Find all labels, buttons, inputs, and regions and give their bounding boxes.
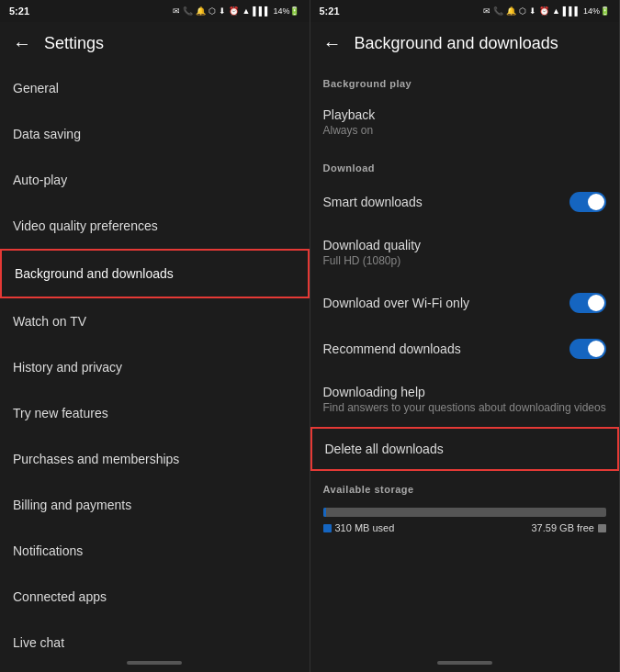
msg-icon: ✉ — [173, 6, 180, 16]
bell-icon-r: 🔔 — [506, 6, 516, 16]
delete-downloads-row[interactable]: Delete all downloads — [310, 427, 620, 471]
storage-free-dot — [598, 524, 606, 532]
storage-used-dot — [323, 524, 332, 532]
menu-item-general[interactable]: General — [0, 65, 310, 111]
download-wifi-toggle[interactable] — [569, 293, 606, 313]
recommend-downloads-toggle[interactable] — [569, 339, 606, 359]
storage-used-label: 310 MB used — [323, 522, 395, 533]
menu-item-video-quality[interactable]: Video quality preferences — [0, 203, 310, 249]
battery-right: 14%🔋 — [583, 6, 610, 16]
menu-item-connected-apps[interactable]: Connected apps — [0, 574, 310, 620]
bell-icon: 🔔 — [196, 6, 206, 16]
menu-item-live-chat[interactable]: Live chat — [0, 620, 310, 654]
menu-item-try-features[interactable]: Try new features — [0, 390, 310, 436]
msg-icon-r: ✉ — [483, 6, 490, 16]
menu-item-notifications[interactable]: Notifications — [0, 528, 310, 574]
menu-item-background-downloads[interactable]: Background and downloads — [0, 249, 310, 298]
status-bar-right: 5:21 ✉ 📞 🔔 ⬡ ⬇ ⏰ ▲ ▌▌▌ 14%🔋 — [310, 0, 620, 22]
menu-item-auto-play[interactable]: Auto-play — [0, 157, 310, 203]
menu-item-purchases[interactable]: Purchases and memberships — [0, 436, 310, 482]
playback-row[interactable]: Playback Always on — [310, 95, 620, 150]
settings-content: Background play Playback Always on Downl… — [310, 65, 620, 654]
recommend-downloads-row[interactable]: Recommend downloads — [310, 326, 620, 372]
signal-icon: ▌▌▌ — [253, 6, 270, 16]
smart-downloads-title: Smart downloads — [323, 195, 423, 209]
download-quality-row[interactable]: Download quality Full HD (1080p) — [310, 225, 620, 280]
storage-bar — [323, 508, 607, 517]
battery-left: 14%🔋 — [273, 6, 299, 16]
background-play-label: Background play — [310, 65, 620, 95]
download-wifi-row[interactable]: Download over Wi-Fi only — [310, 280, 620, 326]
menu-item-watch-tv[interactable]: Watch on TV — [0, 298, 310, 344]
bottom-bar-right — [437, 661, 492, 665]
downloading-help-row[interactable]: Downloading help Find answers to your qu… — [310, 372, 620, 427]
storage-free-label: 37.59 GB free — [532, 522, 607, 533]
delete-downloads-title: Delete all downloads — [325, 442, 444, 456]
phone-icon-r: 📞 — [493, 6, 503, 16]
downloading-help-sub: Find answers to your questions about dow… — [323, 401, 606, 414]
android-icon: ⬡ — [209, 6, 216, 16]
bottom-bar-left — [127, 661, 182, 665]
settings-header: ← Settings — [0, 22, 310, 65]
status-icons-right: ✉ 📞 🔔 ⬡ ⬇ ⏰ ▲ ▌▌▌ 14%🔋 — [483, 6, 610, 16]
wifi-icon: ▲ — [242, 6, 250, 16]
downloading-help-title: Downloading help — [323, 385, 606, 399]
download-icon-r: ⬇ — [529, 6, 536, 16]
download-label: Download — [310, 150, 620, 179]
background-downloads-panel: 5:21 ✉ 📞 🔔 ⬡ ⬇ ⏰ ▲ ▌▌▌ 14%🔋 ← Background… — [310, 0, 621, 672]
settings-title: Settings — [44, 34, 104, 53]
bottom-indicator-left — [0, 654, 310, 672]
settings-menu: General Data saving Auto-play Video qual… — [0, 65, 310, 654]
background-downloads-header: ← Background and downloads — [310, 22, 620, 65]
menu-item-billing[interactable]: Billing and payments — [0, 482, 310, 528]
storage-bar-used — [323, 508, 326, 517]
storage-labels: 310 MB used 37.59 GB free — [323, 522, 607, 533]
playback-title: Playback — [323, 107, 376, 122]
wifi-icon-r: ▲ — [552, 6, 560, 16]
download-wifi-title: Download over Wi-Fi only — [323, 296, 470, 310]
alarm-icon: ⏰ — [229, 6, 239, 16]
status-bar-left: 5:21 ✉ 📞 🔔 ⬡ ⬇ ⏰ ▲ ▌▌▌ 14%🔋 — [0, 0, 310, 22]
smart-downloads-toggle[interactable] — [569, 192, 606, 212]
menu-item-history[interactable]: History and privacy — [0, 344, 310, 390]
menu-item-data-saving[interactable]: Data saving — [0, 111, 310, 157]
recommend-downloads-title: Recommend downloads — [323, 342, 461, 356]
download-quality-title: Download quality — [323, 238, 422, 252]
available-storage-label: Available storage — [323, 480, 607, 500]
playback-subtitle: Always on — [323, 124, 376, 137]
download-quality-sub: Full HD (1080p) — [323, 254, 422, 267]
background-downloads-title: Background and downloads — [355, 34, 558, 53]
download-icon: ⬇ — [219, 6, 226, 16]
android-icon-r: ⬡ — [519, 6, 526, 16]
settings-panel: 5:21 ✉ 📞 🔔 ⬡ ⬇ ⏰ ▲ ▌▌▌ 14%🔋 ← Settings G… — [0, 0, 310, 672]
alarm-icon-r: ⏰ — [539, 6, 549, 16]
bottom-indicator-right — [310, 654, 620, 672]
available-storage-section: Available storage 310 MB used 37.59 GB f… — [310, 471, 620, 546]
back-button-right[interactable]: ← — [323, 33, 342, 54]
time-left: 5:21 — [9, 6, 29, 17]
time-right: 5:21 — [320, 6, 340, 17]
signal-icon-r: ▌▌▌ — [563, 6, 581, 16]
back-button-left[interactable]: ← — [13, 33, 31, 54]
smart-downloads-row[interactable]: Smart downloads — [310, 179, 620, 225]
status-icons-left: ✉ 📞 🔔 ⬡ ⬇ ⏰ ▲ ▌▌▌ 14%🔋 — [173, 6, 299, 16]
phone-icon: 📞 — [183, 6, 193, 16]
